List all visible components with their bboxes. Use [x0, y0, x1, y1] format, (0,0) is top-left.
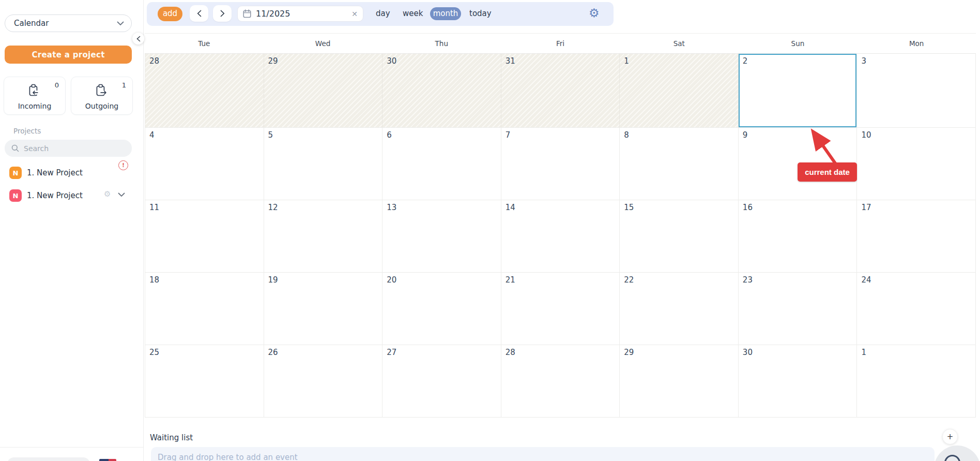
- calendar-day-cell[interactable]: 17: [857, 200, 976, 273]
- calendar-day-cell[interactable]: 7: [501, 128, 620, 200]
- calendar-day-cell[interactable]: 23: [739, 273, 858, 345]
- view-week-button[interactable]: week: [403, 9, 423, 18]
- view-month-button-active[interactable]: month: [430, 7, 461, 20]
- project-avatar: N: [9, 167, 22, 179]
- project-row-1[interactable]: N 1. New Project !: [0, 165, 144, 181]
- calendar-day-cell-selected-current-date[interactable]: 2: [739, 54, 858, 128]
- chevron-down-icon: [117, 21, 124, 26]
- day-number: 30: [387, 56, 396, 66]
- calendar-day-cell[interactable]: 16: [739, 200, 858, 273]
- weekday-header: Fri: [501, 34, 620, 53]
- workspace-select[interactable]: Calendar: [5, 14, 132, 32]
- sidebar: Calendar Create a project 0 Incoming 1: [0, 0, 144, 461]
- incoming-label: Incoming: [4, 102, 65, 110]
- project-name: 1. New Project: [27, 191, 83, 200]
- calendar-day-cell[interactable]: 28: [145, 54, 264, 128]
- calendar-day-cell[interactable]: 29: [620, 345, 739, 418]
- calendar-day-cell[interactable]: 27: [382, 345, 501, 418]
- calendar-day-cell[interactable]: 12: [264, 200, 383, 273]
- project-alert-icon[interactable]: !: [118, 160, 128, 170]
- calendar-day-cell[interactable]: 3: [857, 54, 976, 128]
- date-input[interactable]: [256, 9, 339, 19]
- search-input[interactable]: [24, 144, 117, 153]
- calendar-day-cell[interactable]: 24: [857, 273, 976, 345]
- calendar-day-cell[interactable]: 29: [264, 54, 383, 128]
- language-flag-icon[interactable]: [99, 459, 116, 461]
- date-input-field[interactable]: ✕: [237, 6, 363, 22]
- day-number: 11: [149, 203, 159, 212]
- day-number: 4: [149, 130, 155, 140]
- calendar-toolbar: add ✕ day week month today ⚙: [147, 2, 614, 26]
- project-avatar: N: [9, 189, 22, 202]
- calendar-day-cell[interactable]: 1: [857, 345, 976, 418]
- person-head-icon: [944, 455, 960, 461]
- weekday-header-row: Tue Wed Thu Fri Sat Sun Mon: [145, 33, 976, 54]
- calendar-day-cell[interactable]: 22: [620, 273, 739, 345]
- day-number: 1: [624, 56, 629, 66]
- next-month-button[interactable]: [213, 5, 232, 22]
- day-number: 23: [743, 275, 753, 285]
- outgoing-card[interactable]: 1 Outgoing: [71, 77, 133, 115]
- support-chat-button[interactable]: [934, 445, 980, 461]
- day-number: 12: [268, 203, 278, 212]
- calendar-day-cell[interactable]: 30: [382, 54, 501, 128]
- calendar-day-cell[interactable]: 31: [501, 54, 620, 128]
- project-search: [5, 140, 132, 157]
- outgoing-count: 1: [122, 81, 126, 89]
- view-day-button[interactable]: day: [376, 9, 390, 18]
- calendar-day-cell[interactable]: 18: [145, 273, 264, 345]
- settings-gear-icon[interactable]: ⚙: [589, 6, 600, 20]
- project-settings-icon[interactable]: ⚙: [104, 189, 111, 199]
- day-number: 8: [624, 130, 629, 140]
- calendar-day-cell[interactable]: 25: [145, 345, 264, 418]
- weekday-header: Wed: [264, 34, 382, 53]
- project-expand-chevron-icon[interactable]: [118, 192, 125, 197]
- calendar-body: 28 29 30 31 1 2 3 4 5 6 7 8 9 10 11 12 1…: [145, 54, 976, 418]
- calendar-day-cell[interactable]: 20: [382, 273, 501, 345]
- add-event-button[interactable]: add: [158, 7, 182, 21]
- calendar-day-cell[interactable]: 1: [620, 54, 739, 128]
- calendar-day-cell[interactable]: 19: [264, 273, 383, 345]
- sidebar-divider: [0, 447, 144, 448]
- calendar-day-cell[interactable]: 15: [620, 200, 739, 273]
- calendar-day-cell[interactable]: 28: [501, 345, 620, 418]
- day-number: 28: [506, 348, 515, 357]
- waiting-list-add-button[interactable]: +: [942, 429, 958, 444]
- calendar-day-cell[interactable]: 21: [501, 273, 620, 345]
- calendar-day-cell[interactable]: 6: [382, 128, 501, 200]
- project-row-2[interactable]: N 1. New Project ⚙: [0, 188, 144, 203]
- calendar-day-cell[interactable]: 14: [501, 200, 620, 273]
- calendar-day-cell[interactable]: 26: [264, 345, 383, 418]
- day-number: 26: [268, 348, 278, 357]
- calendar-day-cell[interactable]: 11: [145, 200, 264, 273]
- day-number: 29: [268, 56, 278, 66]
- create-project-button[interactable]: Create a project: [5, 46, 132, 64]
- previous-month-button[interactable]: [190, 5, 208, 22]
- search-icon: [11, 144, 19, 152]
- day-number: 2: [743, 56, 748, 66]
- incoming-card[interactable]: 0 Incoming: [4, 77, 66, 115]
- clear-date-icon[interactable]: ✕: [351, 10, 358, 18]
- day-number: 5: [268, 130, 273, 140]
- weekday-header: Sun: [739, 34, 858, 53]
- calendar-day-cell[interactable]: 13: [382, 200, 501, 273]
- day-number: 28: [149, 56, 159, 66]
- day-number: 20: [387, 275, 396, 285]
- view-today-button[interactable]: today: [469, 9, 492, 18]
- calendar-day-cell[interactable]: 10: [857, 128, 976, 200]
- calendar-day-cell[interactable]: 5: [264, 128, 383, 200]
- bottom-pill-button[interactable]: [7, 457, 90, 461]
- day-number: 10: [861, 130, 871, 140]
- day-number: 1: [861, 348, 866, 357]
- sidebar-collapse-button[interactable]: [132, 33, 144, 44]
- day-number: 17: [861, 203, 871, 212]
- calendar-day-cell[interactable]: 4: [145, 128, 264, 200]
- month-calendar: Tue Wed Thu Fri Sat Sun Mon 28 29 30 31 …: [145, 33, 976, 418]
- calendar-day-cell[interactable]: 8: [620, 128, 739, 200]
- waiting-list-drop-area[interactable]: Drag and drop here to add an event: [151, 447, 935, 461]
- day-number: 19: [268, 275, 278, 285]
- day-number: 25: [149, 348, 159, 357]
- weekday-header: Tue: [145, 34, 264, 53]
- calendar-day-cell[interactable]: 30: [739, 345, 858, 418]
- day-number: 6: [387, 130, 392, 140]
